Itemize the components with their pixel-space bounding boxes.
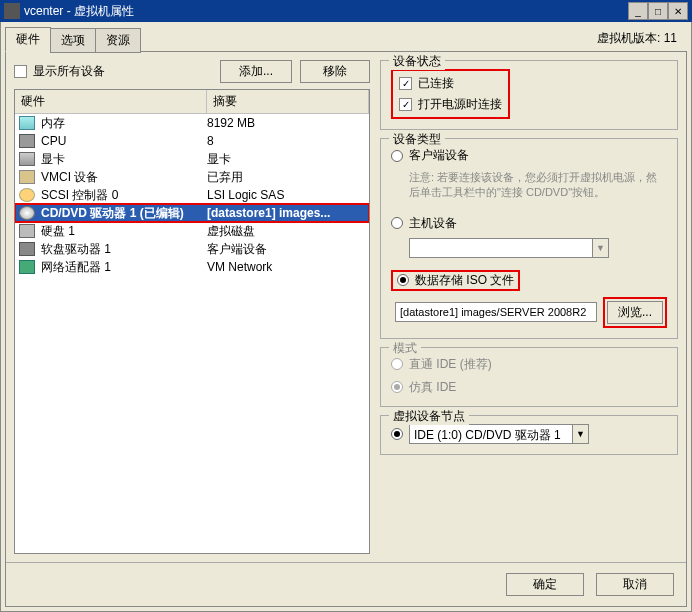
vm-version: 虚拟机版本: 11: [597, 30, 683, 47]
iso-file-label: 数据存储 ISO 文件: [415, 272, 514, 289]
cpu-icon: [19, 134, 35, 148]
tab-resources[interactable]: 资源: [95, 28, 141, 53]
add-button[interactable]: 添加...: [220, 60, 292, 83]
vmci-icon: [19, 170, 35, 184]
table-row[interactable]: SCSI 控制器 0 LSI Logic SAS: [15, 186, 369, 204]
memory-icon: [19, 116, 35, 130]
col-hardware[interactable]: 硬件: [15, 90, 207, 113]
minimize-button[interactable]: _: [628, 2, 648, 20]
remove-button[interactable]: 移除: [300, 60, 370, 83]
table-row[interactable]: 网络适配器 1 VM Network: [15, 258, 369, 276]
harddisk-icon: [19, 224, 35, 238]
device-type-group: 设备类型 客户端设备 注意: 若要连接该设备，您必须打开虚拟机电源，然后单击工具…: [380, 138, 678, 339]
host-device-radio[interactable]: [391, 217, 403, 229]
client-device-label: 客户端设备: [409, 147, 469, 164]
iso-path-input[interactable]: [datastore1] images/SERVER 2008R2: [395, 302, 597, 322]
cd-icon: [19, 206, 35, 220]
host-device-dropdown: ▼: [409, 238, 609, 258]
cancel-button[interactable]: 取消: [596, 573, 674, 596]
virtual-device-node-group: 虚拟设备节点 IDE (1:0) CD/DVD 驱动器 1 ▼: [380, 415, 678, 455]
maximize-button[interactable]: □: [648, 2, 668, 20]
close-button[interactable]: ✕: [668, 2, 688, 20]
mode-title: 模式: [389, 340, 421, 357]
virtual-device-node-title: 虚拟设备节点: [389, 408, 469, 425]
passthrough-radio: [391, 358, 403, 370]
virtual-device-dropdown[interactable]: IDE (1:0) CD/DVD 驱动器 1 ▼: [409, 424, 589, 444]
chevron-down-icon[interactable]: ▼: [572, 425, 588, 443]
col-summary[interactable]: 摘要: [207, 90, 369, 113]
nic-icon: [19, 260, 35, 274]
table-row[interactable]: 内存 8192 MB: [15, 114, 369, 132]
title-bar: vcenter - 虚拟机属性 _ □ ✕: [0, 0, 692, 22]
window-title: vcenter - 虚拟机属性: [24, 3, 134, 20]
table-row[interactable]: CPU 8: [15, 132, 369, 150]
floppy-icon: [19, 242, 35, 256]
tab-hardware[interactable]: 硬件: [5, 27, 51, 52]
device-status-group: 设备状态 ✓ 已连接 ✓ 打开电源时连接: [380, 60, 678, 130]
client-device-note: 注意: 若要连接该设备，您必须打开虚拟机电源，然后单击工具栏中的"连接 CD/D…: [409, 170, 667, 201]
tab-options[interactable]: 选项: [50, 28, 96, 53]
show-all-devices-label: 显示所有设备: [33, 63, 105, 80]
app-icon: [4, 3, 20, 19]
browse-button[interactable]: 浏览...: [607, 301, 663, 324]
table-row-selected[interactable]: CD/DVD 驱动器 1 (已编辑) [datastore1] images..…: [15, 204, 369, 222]
iso-file-radio[interactable]: [397, 274, 409, 286]
virtual-device-radio[interactable]: [391, 428, 403, 440]
video-icon: [19, 152, 35, 166]
scsi-icon: [19, 188, 35, 202]
show-all-devices-checkbox[interactable]: [14, 65, 27, 78]
table-row[interactable]: 显卡 显卡: [15, 150, 369, 168]
hardware-table: 硬件 摘要 内存 8192 MB CPU 8: [14, 89, 370, 554]
chevron-down-icon: ▼: [592, 239, 608, 257]
ok-button[interactable]: 确定: [506, 573, 584, 596]
emulate-radio: [391, 381, 403, 393]
tab-strip: 硬件 选项 资源: [5, 26, 140, 51]
table-row[interactable]: VMCI 设备 已弃用: [15, 168, 369, 186]
host-device-label: 主机设备: [409, 215, 457, 232]
table-row[interactable]: 软盘驱动器 1 客户端设备: [15, 240, 369, 258]
emulate-label: 仿真 IDE: [409, 379, 456, 396]
client-device-radio[interactable]: [391, 150, 403, 162]
passthrough-label: 直通 IDE (推荐): [409, 356, 492, 373]
connect-at-poweron-checkbox[interactable]: ✓: [399, 98, 412, 111]
connected-label: 已连接: [418, 75, 454, 92]
device-status-title: 设备状态: [389, 53, 445, 70]
device-type-title: 设备类型: [389, 131, 445, 148]
connected-checkbox[interactable]: ✓: [399, 77, 412, 90]
table-row[interactable]: 硬盘 1 虚拟磁盘: [15, 222, 369, 240]
connect-at-poweron-label: 打开电源时连接: [418, 96, 502, 113]
mode-group: 模式 直通 IDE (推荐) 仿真 IDE: [380, 347, 678, 407]
